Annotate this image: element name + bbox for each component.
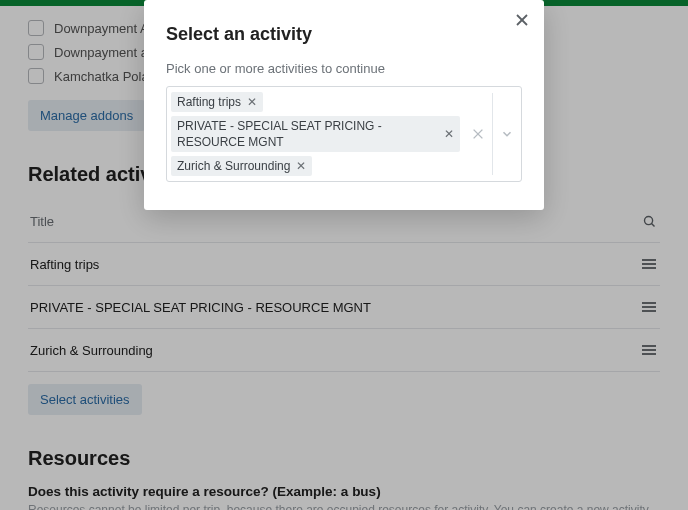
- chip: PRIVATE - SPECIAL SEAT PRICING - RESOURC…: [171, 116, 460, 152]
- activity-multiselect[interactable]: Rafting trips ✕ PRIVATE - SPECIAL SEAT P…: [166, 86, 522, 182]
- chip-container[interactable]: Rafting trips ✕ PRIVATE - SPECIAL SEAT P…: [167, 87, 464, 181]
- modal-subtitle: Pick one or more activities to continue: [166, 61, 522, 76]
- close-icon[interactable]: [510, 8, 534, 32]
- chip-label: Rafting trips: [177, 94, 241, 110]
- combo-controls: [464, 87, 521, 181]
- chip-label: PRIVATE - SPECIAL SEAT PRICING - RESOURC…: [177, 118, 438, 150]
- chip: Zurich & Surrounding ✕: [171, 156, 312, 176]
- chip-remove-icon[interactable]: ✕: [247, 94, 257, 110]
- clear-all-icon[interactable]: [464, 127, 492, 141]
- select-activity-modal: Select an activity Pick one or more acti…: [144, 0, 544, 210]
- chip: Rafting trips ✕: [171, 92, 263, 112]
- modal-title: Select an activity: [166, 24, 522, 45]
- chip-remove-icon[interactable]: ✕: [296, 158, 306, 174]
- chip-label: Zurich & Surrounding: [177, 158, 290, 174]
- chip-remove-icon[interactable]: ✕: [444, 126, 454, 142]
- modal-overlay[interactable]: Select an activity Pick one or more acti…: [0, 0, 688, 510]
- chevron-down-icon[interactable]: [493, 127, 521, 141]
